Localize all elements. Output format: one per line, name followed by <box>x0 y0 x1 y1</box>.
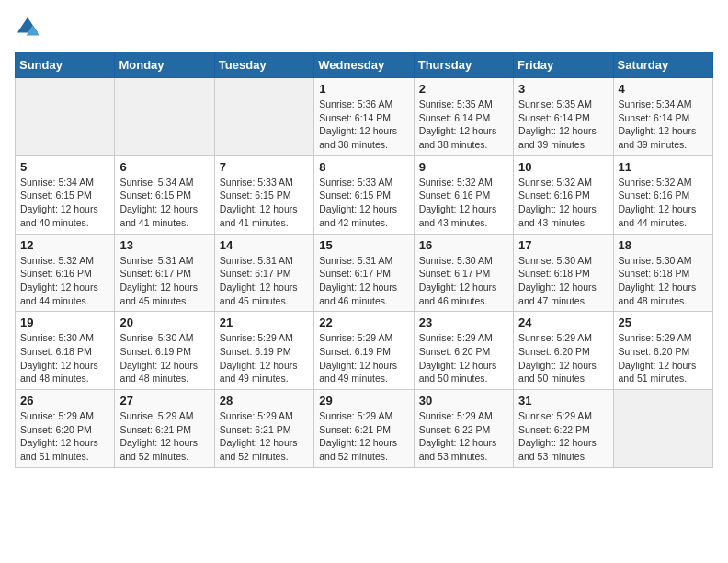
calendar-header-row: SundayMondayTuesdayWednesdayThursdayFrid… <box>16 52 713 78</box>
calendar-cell: 5Sunrise: 5:34 AMSunset: 6:15 PMDaylight… <box>16 155 115 234</box>
day-number: 26 <box>20 394 109 408</box>
calendar-cell: 9Sunrise: 5:32 AMSunset: 6:16 PMDaylight… <box>414 155 513 234</box>
day-number: 11 <box>619 160 708 174</box>
calendar-cell: 13Sunrise: 5:31 AMSunset: 6:17 PMDayligh… <box>115 234 214 312</box>
calendar-cell: 14Sunrise: 5:31 AMSunset: 6:17 PMDayligh… <box>214 234 313 312</box>
day-number: 31 <box>518 394 608 408</box>
day-info: Sunrise: 5:31 AMSunset: 6:17 PMDaylight:… <box>119 254 209 308</box>
day-info: Sunrise: 5:30 AMSunset: 6:17 PMDaylight:… <box>419 254 508 308</box>
calendar-cell <box>16 78 115 156</box>
day-info: Sunrise: 5:32 AMSunset: 6:16 PMDaylight:… <box>619 176 708 230</box>
calendar-cell: 6Sunrise: 5:34 AMSunset: 6:15 PMDaylight… <box>115 155 214 234</box>
calendar-cell: 19Sunrise: 5:30 AMSunset: 6:18 PMDayligh… <box>16 312 115 390</box>
day-number: 18 <box>619 238 708 252</box>
day-header-sunday: Sunday <box>16 52 115 78</box>
day-info: Sunrise: 5:34 AMSunset: 6:15 PMDaylight:… <box>20 176 109 230</box>
calendar-cell: 15Sunrise: 5:31 AMSunset: 6:17 PMDayligh… <box>314 234 414 312</box>
day-info: Sunrise: 5:34 AMSunset: 6:15 PMDaylight:… <box>119 176 209 230</box>
calendar-cell: 8Sunrise: 5:33 AMSunset: 6:15 PMDaylight… <box>314 155 414 234</box>
day-info: Sunrise: 5:29 AMSunset: 6:22 PMDaylight:… <box>518 409 608 464</box>
day-number: 14 <box>220 238 309 252</box>
calendar-cell: 20Sunrise: 5:30 AMSunset: 6:19 PMDayligh… <box>115 312 214 390</box>
calendar-cell: 10Sunrise: 5:32 AMSunset: 6:16 PMDayligh… <box>514 155 613 234</box>
calendar-cell: 21Sunrise: 5:29 AMSunset: 6:19 PMDayligh… <box>214 312 313 390</box>
calendar-week-1: 1Sunrise: 5:36 AMSunset: 6:14 PMDaylight… <box>16 78 713 156</box>
calendar-cell: 25Sunrise: 5:29 AMSunset: 6:20 PMDayligh… <box>613 312 712 390</box>
day-number: 4 <box>619 82 708 96</box>
day-info: Sunrise: 5:36 AMSunset: 6:14 PMDaylight:… <box>319 98 408 152</box>
calendar-cell: 12Sunrise: 5:32 AMSunset: 6:16 PMDayligh… <box>16 234 115 312</box>
calendar-cell: 2Sunrise: 5:35 AMSunset: 6:14 PMDaylight… <box>414 78 513 156</box>
calendar-cell: 27Sunrise: 5:29 AMSunset: 6:21 PMDayligh… <box>115 390 214 468</box>
day-header-thursday: Thursday <box>414 52 513 78</box>
day-info: Sunrise: 5:29 AMSunset: 6:20 PMDaylight:… <box>419 331 508 385</box>
calendar-cell: 16Sunrise: 5:30 AMSunset: 6:17 PMDayligh… <box>414 234 513 312</box>
day-info: Sunrise: 5:29 AMSunset: 6:20 PMDaylight:… <box>518 331 608 385</box>
day-number: 2 <box>419 82 508 96</box>
calendar-week-3: 12Sunrise: 5:32 AMSunset: 6:16 PMDayligh… <box>16 234 713 312</box>
day-number: 3 <box>518 82 608 96</box>
day-number: 21 <box>220 316 309 329</box>
day-number: 10 <box>518 160 608 174</box>
day-number: 30 <box>419 394 508 408</box>
calendar-cell: 22Sunrise: 5:29 AMSunset: 6:19 PMDayligh… <box>314 312 414 390</box>
day-number: 1 <box>319 82 408 96</box>
day-number: 27 <box>119 394 209 408</box>
calendar-cell: 11Sunrise: 5:32 AMSunset: 6:16 PMDayligh… <box>613 155 712 234</box>
day-number: 20 <box>119 316 209 329</box>
day-number: 12 <box>20 238 109 252</box>
day-info: Sunrise: 5:29 AMSunset: 6:19 PMDaylight:… <box>319 331 408 385</box>
calendar-week-4: 19Sunrise: 5:30 AMSunset: 6:18 PMDayligh… <box>16 312 713 390</box>
calendar-table: SundayMondayTuesdayWednesdayThursdayFrid… <box>15 52 713 468</box>
day-info: Sunrise: 5:30 AMSunset: 6:19 PMDaylight:… <box>119 331 209 385</box>
page-header <box>15 15 713 40</box>
day-header-monday: Monday <box>115 52 214 78</box>
calendar-cell: 1Sunrise: 5:36 AMSunset: 6:14 PMDaylight… <box>314 78 414 156</box>
calendar-cell: 17Sunrise: 5:30 AMSunset: 6:18 PMDayligh… <box>514 234 613 312</box>
day-info: Sunrise: 5:33 AMSunset: 6:15 PMDaylight:… <box>220 176 309 230</box>
day-info: Sunrise: 5:35 AMSunset: 6:14 PMDaylight:… <box>518 98 608 152</box>
logo <box>15 15 44 40</box>
day-header-tuesday: Tuesday <box>214 52 313 78</box>
calendar-cell: 24Sunrise: 5:29 AMSunset: 6:20 PMDayligh… <box>514 312 613 390</box>
day-info: Sunrise: 5:29 AMSunset: 6:19 PMDaylight:… <box>220 331 309 385</box>
day-number: 24 <box>518 316 608 329</box>
day-info: Sunrise: 5:35 AMSunset: 6:14 PMDaylight:… <box>419 98 508 152</box>
calendar-cell <box>214 78 313 156</box>
calendar-week-5: 26Sunrise: 5:29 AMSunset: 6:20 PMDayligh… <box>16 390 713 468</box>
day-info: Sunrise: 5:29 AMSunset: 6:21 PMDaylight:… <box>220 409 309 464</box>
calendar-cell: 28Sunrise: 5:29 AMSunset: 6:21 PMDayligh… <box>214 390 313 468</box>
day-info: Sunrise: 5:33 AMSunset: 6:15 PMDaylight:… <box>319 176 408 230</box>
day-number: 22 <box>319 316 408 329</box>
day-number: 7 <box>220 160 309 174</box>
day-info: Sunrise: 5:31 AMSunset: 6:17 PMDaylight:… <box>319 254 408 308</box>
day-number: 15 <box>319 238 408 252</box>
calendar-week-2: 5Sunrise: 5:34 AMSunset: 6:15 PMDaylight… <box>16 155 713 234</box>
day-info: Sunrise: 5:29 AMSunset: 6:20 PMDaylight:… <box>619 331 708 385</box>
day-number: 25 <box>619 316 708 329</box>
day-info: Sunrise: 5:29 AMSunset: 6:21 PMDaylight:… <box>319 409 408 464</box>
day-number: 8 <box>319 160 408 174</box>
day-info: Sunrise: 5:32 AMSunset: 6:16 PMDaylight:… <box>20 254 109 308</box>
calendar-cell: 18Sunrise: 5:30 AMSunset: 6:18 PMDayligh… <box>613 234 712 312</box>
day-number: 17 <box>518 238 608 252</box>
calendar-cell: 31Sunrise: 5:29 AMSunset: 6:22 PMDayligh… <box>514 390 613 468</box>
logo-icon <box>15 15 40 40</box>
day-header-friday: Friday <box>514 52 613 78</box>
day-number: 29 <box>319 394 408 408</box>
day-number: 23 <box>419 316 508 329</box>
day-info: Sunrise: 5:29 AMSunset: 6:20 PMDaylight:… <box>20 409 109 464</box>
day-info: Sunrise: 5:31 AMSunset: 6:17 PMDaylight:… <box>220 254 309 308</box>
day-info: Sunrise: 5:32 AMSunset: 6:16 PMDaylight:… <box>419 176 508 230</box>
day-number: 5 <box>20 160 109 174</box>
calendar-cell: 4Sunrise: 5:34 AMSunset: 6:14 PMDaylight… <box>613 78 712 156</box>
day-number: 13 <box>119 238 209 252</box>
day-number: 19 <box>20 316 109 329</box>
day-info: Sunrise: 5:32 AMSunset: 6:16 PMDaylight:… <box>518 176 608 230</box>
day-number: 9 <box>419 160 508 174</box>
calendar-cell <box>115 78 214 156</box>
day-number: 6 <box>119 160 209 174</box>
day-number: 28 <box>220 394 309 408</box>
calendar-cell: 26Sunrise: 5:29 AMSunset: 6:20 PMDayligh… <box>16 390 115 468</box>
calendar-cell: 7Sunrise: 5:33 AMSunset: 6:15 PMDaylight… <box>214 155 313 234</box>
